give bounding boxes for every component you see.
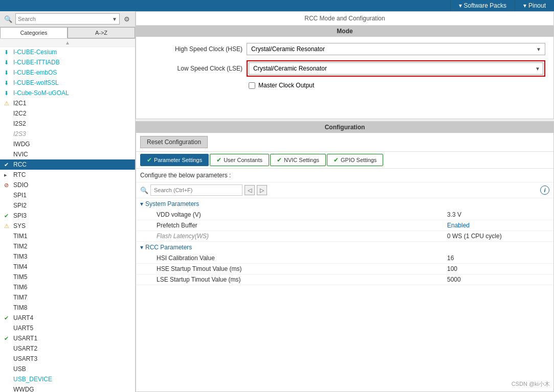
search-input[interactable] [18, 16, 117, 22]
sidebar-item-label: SPI2 [13, 202, 27, 209]
sidebar-item-tim6[interactable]: TIM6 [0, 282, 135, 292]
hse-select[interactable]: DisableCrystal/Ceramic ResonatorBypass C… [247, 43, 545, 55]
tab-gpio-settings[interactable]: ✔GPIO Settings [327, 154, 383, 166]
sidebar-item-uart5[interactable]: UART5 [0, 323, 135, 333]
search-box: ▼ [15, 13, 120, 25]
chevron-down-icon: ▾ [459, 2, 462, 9]
warning-icon: ⚠ [4, 100, 11, 107]
sidebar-toolbar: 🔍 ▼ ⚙ [0, 11, 135, 27]
lse-select-wrapper: DisableCrystal/Ceramic ResonatorBypass C… [247, 60, 545, 77]
prev-result-button[interactable]: ◁ [245, 185, 255, 195]
sidebar-item-rcc[interactable]: ✔RCC [0, 159, 135, 170]
sidebar-item-i-cube-som-ugoal[interactable]: ⬇I-Cube-SoM-uGOAL [0, 88, 135, 98]
sidebar-item-label: I-CUBE-ITTIADB [13, 59, 60, 66]
sidebar-item-spi3[interactable]: ✔SPI3 [0, 211, 135, 221]
sidebar-item-i2s2[interactable]: I2S2 [0, 119, 135, 129]
param-row: HSE Startup Timout Value (ms)100 [136, 264, 553, 274]
check-icon: ✔ [4, 315, 11, 321]
sidebar-item-nvic[interactable]: NVIC [0, 149, 135, 159]
check-icon: ✔ [4, 213, 11, 219]
sidebar-item-i-cube-ittiadb[interactable]: ⬇I-CUBE-ITTIADB [0, 57, 135, 67]
sidebar-item-label: USB_DEVICE [13, 376, 52, 383]
tab-categories[interactable]: Categories [0, 27, 68, 38]
sidebar-item-tim2[interactable]: TIM2 [0, 241, 135, 251]
config-toolbar: Reset Configuration [136, 133, 553, 152]
param-value: 0 WS (1 CPU cycle) [447, 233, 549, 240]
param-name: VDD voltage (V) [157, 211, 447, 218]
sidebar-item-spi1[interactable]: SPI1 [0, 190, 135, 200]
sidebar-item-usb-device[interactable]: USB_DEVICE [0, 374, 135, 384]
sidebar-item-usb[interactable]: USB [0, 364, 135, 374]
sidebar-item-label: USART1 [13, 335, 37, 342]
sidebar-item-tim7[interactable]: TIM7 [0, 292, 135, 303]
lse-select[interactable]: DisableCrystal/Ceramic ResonatorBypass C… [249, 62, 543, 75]
sidebar-item-label: USART2 [13, 345, 37, 352]
param-name: HSI Calibration Value [157, 255, 447, 262]
pinout-menu[interactable]: ▾ Pinout [515, 0, 554, 11]
sidebar-item-tim4[interactable]: TIM4 [0, 262, 135, 272]
gear-icon[interactable]: ⚙ [122, 14, 132, 24]
info-icon[interactable]: i [540, 186, 549, 195]
master-clock-row: Master Clock Output [249, 82, 545, 89]
tab-az[interactable]: A->Z [68, 27, 135, 38]
sidebar-item-usart3[interactable]: USART3 [0, 354, 135, 364]
config-subtitle: Configure the below parameters : [136, 169, 553, 182]
param-value: 100 [447, 265, 549, 272]
sidebar-item-i2c1[interactable]: ⚠I2C1 [0, 98, 135, 108]
search-icon[interactable]: 🔍 [3, 14, 13, 24]
sidebar-item-label: TIM7 [13, 294, 27, 301]
chevron-down-icon: ▾ [140, 200, 143, 207]
sidebar-item-label: SPI1 [13, 192, 27, 199]
sidebar-item-tim3[interactable]: TIM3 [0, 251, 135, 262]
next-result-button[interactable]: ▷ [257, 185, 267, 195]
sidebar-item-iwdg[interactable]: IWDG [0, 139, 135, 149]
sidebar-item-uart4[interactable]: ✔UART4 [0, 313, 135, 323]
sidebar: 🔍 ▼ ⚙ Categories A->Z ▲ ⬇I-CUBE-Cesium⬇I… [0, 11, 136, 392]
sidebar-item-spi2[interactable]: SPI2 [0, 200, 135, 211]
tab-check-icon: ✔ [147, 156, 152, 164]
sidebar-item-rtc[interactable]: ▸RTC [0, 170, 135, 180]
sidebar-item-usart1[interactable]: ✔USART1 [0, 333, 135, 343]
sidebar-item-tim8[interactable]: TIM8 [0, 303, 135, 313]
sidebar-item-i2s3[interactable]: I2S3 [0, 129, 135, 139]
sidebar-item-tim5[interactable]: TIM5 [0, 272, 135, 282]
sidebar-item-i2c2[interactable]: I2C2 [0, 108, 135, 119]
sidebar-item-sys[interactable]: ⚠SYS [0, 221, 135, 231]
sidebar-item-i-cube-cesium[interactable]: ⬇I-CUBE-Cesium [0, 47, 135, 57]
arrow-icon: ▸ [4, 172, 11, 178]
master-clock-checkbox[interactable] [249, 82, 255, 89]
sidebar-tabs: Categories A->Z [0, 27, 135, 39]
sidebar-item-wwdg[interactable]: WWDG [0, 384, 135, 392]
sidebar-item-label: UART5 [13, 325, 33, 332]
param-value: Enabled [447, 222, 549, 229]
sidebar-item-label: I2S2 [13, 120, 26, 127]
config-search-row: 🔍 ◁ ▷ i [136, 182, 553, 198]
sidebar-item-tim1[interactable]: TIM1 [0, 231, 135, 241]
config-search-input[interactable] [150, 185, 242, 196]
sidebar-item-label: TIM6 [13, 284, 27, 291]
mode-body: High Speed Clock (HSE) DisableCrystal/Ce… [136, 37, 553, 119]
rcc-mode-panel: RCC Mode and Configuration Mode High Spe… [136, 11, 554, 119]
sidebar-item-label: I-CUBE-embOS [13, 69, 57, 76]
tab-check-icon: ✔ [216, 156, 221, 164]
param-group-system-parameters[interactable]: ▾System Parameters [136, 198, 553, 210]
sidebar-item-label: RTC [13, 171, 26, 178]
sidebar-item-i-cube-wolfssl[interactable]: ⬇I-CUBE-wolfSSL [0, 78, 135, 88]
main-layout: 🔍 ▼ ⚙ Categories A->Z ▲ ⬇I-CUBE-Cesium⬇I… [0, 11, 554, 392]
sidebar-item-label: WWDG [13, 386, 34, 392]
lse-row: Low Speed Clock (LSE) DisableCrystal/Cer… [144, 60, 545, 77]
mode-section-header: Mode [136, 26, 553, 37]
sidebar-item-i-cube-embos[interactable]: ⬇I-CUBE-embOS [0, 67, 135, 78]
tab-parameter-settings[interactable]: ✔Parameter Settings [140, 154, 209, 166]
sidebar-item-sdio[interactable]: ⊘SDIO [0, 180, 135, 190]
tab-user-constants[interactable]: ✔User Constants [210, 154, 269, 166]
sidebar-item-usart2[interactable]: USART2 [0, 343, 135, 354]
sidebar-item-label: TIM2 [13, 243, 27, 250]
reset-configuration-button[interactable]: Reset Configuration [140, 136, 208, 148]
sidebar-item-label: TIM5 [13, 273, 27, 281]
param-group-rcc-parameters[interactable]: ▾RCC Parameters [136, 242, 553, 253]
sidebar-item-label: I-CUBE-wolfSSL [13, 79, 59, 86]
software-packs-menu[interactable]: ▾ Software Packs [450, 0, 515, 11]
sidebar-item-label: I-Cube-SoM-uGOAL [13, 89, 69, 97]
tab-nvic-settings[interactable]: ✔NVIC Settings [270, 154, 326, 166]
